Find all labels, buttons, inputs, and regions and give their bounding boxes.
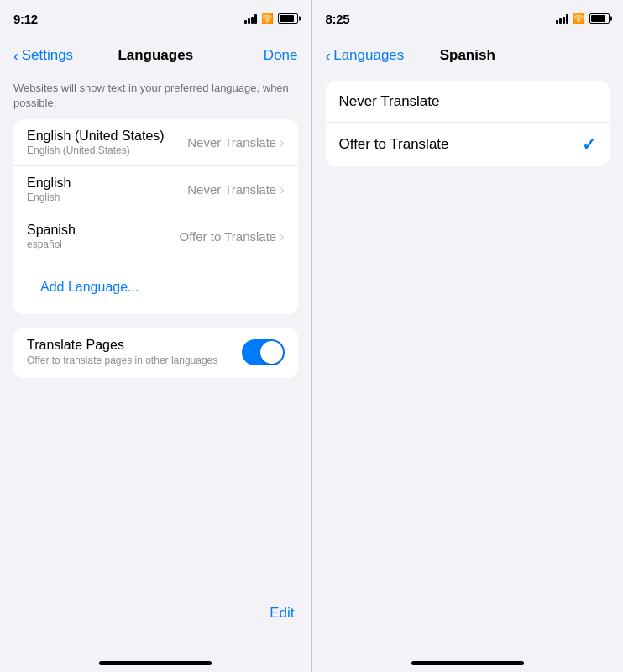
- content-left: Websites will show text in your preferre…: [0, 74, 312, 643]
- add-language-row[interactable]: Add Language...: [13, 260, 298, 314]
- translate-pages-card: Translate Pages Offer to translate pages…: [13, 328, 298, 378]
- battery-icon-left: [278, 13, 298, 24]
- nav-bar-left: ‹ Settings Languages Done: [0, 37, 312, 74]
- language-title-english-us: English (United States): [27, 129, 187, 144]
- chevron-icon-english-us: ›: [280, 135, 284, 150]
- checkmark-icon: ✓: [582, 134, 596, 155]
- status-time-right: 8:25: [326, 12, 350, 26]
- chevron-icon-english: ›: [280, 182, 284, 197]
- left-phone-panel: 9:12 🛜 ‹ Settings Languages Done Website…: [0, 0, 312, 672]
- nav-title-left: Languages: [118, 47, 193, 64]
- chevron-icon-spanish: ›: [280, 229, 284, 244]
- language-subtitle-spanish: español: [27, 239, 180, 250]
- home-indicator-left: [0, 643, 312, 672]
- chevron-left-icon: ‹: [13, 47, 19, 64]
- language-title-english: English: [27, 176, 187, 191]
- status-bar-right: 8:25 🛜: [312, 0, 624, 37]
- language-subtitle-english: English: [27, 192, 187, 203]
- home-indicator-right: [312, 643, 624, 672]
- content-right: Never Translate Offer to Translate ✓: [312, 74, 624, 643]
- option-label-offer-translate: Offer to Translate: [339, 136, 583, 153]
- signal-icon-right: [556, 13, 568, 24]
- option-row-never-translate[interactable]: Never Translate: [326, 81, 610, 123]
- toggle-knob: [260, 341, 283, 364]
- chevron-left-icon-right: ‹: [326, 47, 332, 64]
- home-bar-right: [411, 661, 524, 665]
- translate-pages-toggle[interactable]: [242, 339, 285, 365]
- nav-bar-right: ‹ Languages Spanish: [312, 37, 624, 74]
- translation-label-english-us: Never Translate: [187, 135, 276, 150]
- option-label-never-translate: Never Translate: [339, 93, 597, 110]
- status-bar-left: 9:12 🛜: [0, 0, 312, 37]
- wifi-icon-right: 🛜: [573, 13, 585, 24]
- translation-label-english: Never Translate: [187, 182, 276, 197]
- language-list-card: English (United States) English (United …: [13, 119, 298, 314]
- status-icons-right: 🛜: [556, 13, 610, 24]
- back-label-right: Languages: [333, 47, 404, 64]
- back-button-left[interactable]: ‹ Settings: [13, 47, 73, 64]
- status-time-left: 9:12: [13, 12, 38, 26]
- done-button[interactable]: Done: [264, 47, 298, 64]
- language-row-spanish[interactable]: Spanish español Offer to Translate ›: [13, 213, 298, 260]
- translate-pages-subtitle: Offer to translate pages in other langua…: [27, 354, 242, 368]
- description-text: Websites will show text in your preferre…: [13, 81, 298, 111]
- translate-pages-title: Translate Pages: [27, 338, 242, 353]
- edit-button[interactable]: Edit: [270, 605, 294, 622]
- battery-icon-right: [589, 13, 610, 24]
- home-bar-left: [99, 661, 212, 665]
- language-title-spanish: Spanish: [27, 223, 180, 238]
- back-label-left: Settings: [22, 47, 73, 64]
- add-language-button[interactable]: Add Language...: [27, 270, 152, 305]
- wifi-icon-left: 🛜: [261, 13, 274, 24]
- language-row-english-us[interactable]: English (United States) English (United …: [13, 119, 298, 166]
- signal-icon-left: [244, 13, 257, 24]
- back-button-right[interactable]: ‹ Languages: [326, 47, 405, 64]
- option-row-offer-translate[interactable]: Offer to Translate ✓: [326, 123, 610, 166]
- translation-options-card: Never Translate Offer to Translate ✓: [326, 81, 610, 166]
- language-row-english[interactable]: English English Never Translate ›: [13, 166, 298, 213]
- right-phone-panel: 8:25 🛜 ‹ Languages Spanish Never Transla…: [312, 0, 624, 672]
- translation-label-spanish: Offer to Translate: [180, 229, 277, 244]
- nav-title-right: Spanish: [440, 47, 495, 64]
- language-subtitle-english-us: English (United States): [27, 144, 187, 156]
- status-icons-left: 🛜: [244, 13, 298, 24]
- translate-pages-row: Translate Pages Offer to translate pages…: [13, 328, 298, 378]
